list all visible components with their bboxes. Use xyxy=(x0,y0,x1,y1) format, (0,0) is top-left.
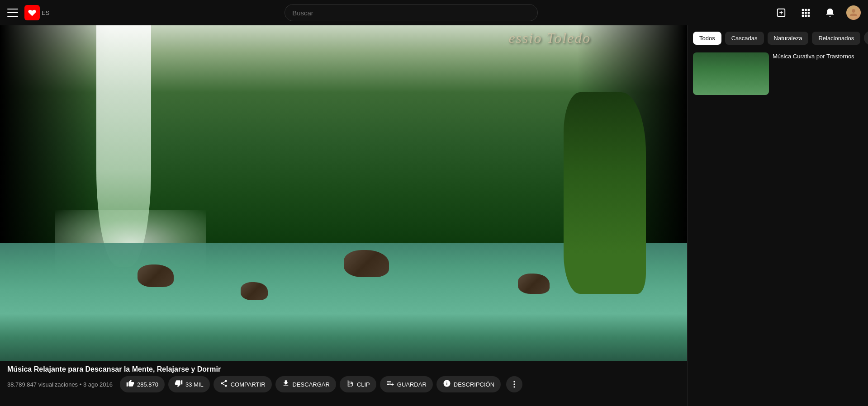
filter-tab-cascadas[interactable]: Cascadas xyxy=(725,32,764,45)
like-icon xyxy=(126,379,134,389)
svg-rect-6 xyxy=(802,12,804,14)
clip-icon xyxy=(346,379,354,389)
related-info: Música Curativa por Trastornos xyxy=(773,52,863,95)
save-button[interactable]: GUARDAR xyxy=(380,376,433,392)
rock-3 xyxy=(344,250,389,277)
description-label: DESCRIPCIÓN xyxy=(454,381,494,388)
svg-rect-4 xyxy=(805,9,807,11)
share-icon xyxy=(220,379,228,389)
related-title: Música Curativa por Trastornos xyxy=(773,52,863,61)
rock-4 xyxy=(518,274,550,294)
rock-2 xyxy=(241,282,268,300)
video-title: Música Relajante para Descansar la Mente… xyxy=(0,365,687,373)
save-icon xyxy=(386,379,394,389)
rock-1 xyxy=(138,264,174,287)
logo[interactable]: ES xyxy=(24,5,49,20)
notifications-button[interactable] xyxy=(822,5,838,21)
save-label: GUARDAR xyxy=(397,381,427,388)
dislike-button[interactable]: 33 MIL xyxy=(168,376,210,392)
like-button[interactable]: 285.870 xyxy=(120,376,165,392)
main-content: essio Toledo Música Relajante para Desca… xyxy=(0,0,868,406)
related-video-item[interactable]: Música Curativa por Trastornos xyxy=(688,49,868,99)
video-section: essio Toledo Música Relajante para Desca… xyxy=(0,25,687,406)
right-sidebar: Todos Cascadas Naturaleza Relacionados M… xyxy=(687,25,868,406)
svg-rect-3 xyxy=(802,9,804,11)
avatar[interactable] xyxy=(846,5,861,20)
related-thumbnail xyxy=(693,52,769,95)
share-button[interactable]: COMPARTIR xyxy=(213,376,272,392)
dislike-icon xyxy=(175,379,183,389)
filter-tabs: Todos Cascadas Naturaleza Relacionados xyxy=(688,25,868,49)
download-button[interactable]: DESCARGAR xyxy=(275,376,336,392)
svg-point-12 xyxy=(513,381,515,382)
logo-heart-icon xyxy=(24,5,40,20)
filter-next-button[interactable] xyxy=(864,31,868,45)
logo-text: ES xyxy=(42,9,49,16)
top-navigation: ES xyxy=(0,0,868,25)
svg-rect-7 xyxy=(805,12,807,14)
svg-rect-10 xyxy=(805,15,807,17)
svg-point-14 xyxy=(513,386,515,387)
related-thumb-visual xyxy=(693,52,769,95)
search-bar[interactable] xyxy=(285,4,538,21)
download-icon xyxy=(282,379,290,389)
search-input[interactable] xyxy=(292,9,530,17)
like-count: 285.870 xyxy=(137,381,158,388)
video-scene: essio Toledo xyxy=(0,25,687,361)
nav-left: ES xyxy=(7,5,49,20)
filter-tab-relacionados[interactable]: Relacionados xyxy=(812,32,860,45)
apps-button[interactable] xyxy=(797,5,814,21)
nav-right xyxy=(773,5,861,21)
filter-tab-naturaleza[interactable]: Naturaleza xyxy=(768,32,809,45)
nav-center xyxy=(57,4,766,21)
tree-right xyxy=(564,92,646,293)
svg-rect-8 xyxy=(808,12,810,14)
clip-label: CLIP xyxy=(357,381,370,388)
svg-rect-5 xyxy=(808,9,810,11)
video-meta-row: 38.789.847 visualizaciones • 3 ago 2016 … xyxy=(0,376,687,392)
download-label: DESCARGAR xyxy=(293,381,330,388)
clip-button[interactable]: CLIP xyxy=(340,376,376,392)
create-button[interactable] xyxy=(773,5,789,21)
info-icon xyxy=(443,379,451,389)
menu-icon[interactable] xyxy=(7,7,18,18)
watermark: essio Toledo xyxy=(508,30,591,47)
dislike-count: 33 MIL xyxy=(185,381,204,388)
svg-rect-11 xyxy=(808,15,810,17)
svg-point-13 xyxy=(513,383,515,385)
description-button[interactable]: DESCRIPCIÓN xyxy=(436,376,501,392)
share-label: COMPARTIR xyxy=(231,381,266,388)
video-player[interactable]: essio Toledo xyxy=(0,25,687,361)
video-info: Música Relajante para Descansar la Mente… xyxy=(0,361,687,406)
filter-tab-todos[interactable]: Todos xyxy=(693,32,721,45)
views-count: 38.789.847 visualizaciones • 3 ago 2016 xyxy=(7,381,113,388)
svg-rect-9 xyxy=(802,15,804,17)
more-button[interactable] xyxy=(506,376,522,392)
